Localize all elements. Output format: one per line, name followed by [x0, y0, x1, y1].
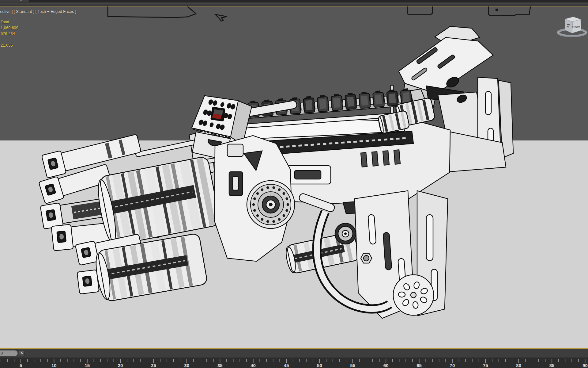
timeline-tick-label: 75	[483, 363, 488, 368]
timeline-tick-label: 45	[284, 363, 289, 368]
stats-polys: 1,060,609	[1, 25, 18, 30]
stats-header: Total	[1, 20, 9, 24]
timeline-tick-label: 55	[350, 363, 355, 368]
timeline-tick-label: 5	[20, 363, 22, 368]
timeline-tick-label: 90	[582, 363, 588, 368]
viewcube[interactable]: FRONT	[557, 17, 587, 37]
timeline-tick-label: 20	[118, 363, 123, 368]
timeline-tick-label: 60	[383, 363, 389, 368]
bolt-circle-plate	[393, 275, 434, 315]
viewcube-cube[interactable]	[565, 17, 581, 33]
pivot-plate	[214, 136, 295, 261]
timeline-tick-label: 10	[51, 363, 57, 368]
tab-brush-settings[interactable]: Brush Settings	[0, 0, 29, 2]
timeline-tick-label: 40	[251, 363, 256, 368]
next-frame-button[interactable]: >	[19, 350, 24, 356]
stats-verts: 576,434	[1, 31, 15, 36]
bearing-disc	[247, 181, 295, 228]
timeline-ticks: 51015202530354045505560657075808590	[0, 358, 588, 368]
mouse-cursor-outline	[215, 14, 227, 21]
time-slider-strip: 0 >	[0, 349, 588, 358]
viewport-border-bottom	[0, 348, 588, 349]
viewport-3d-scene[interactable]: FRONT	[0, 0, 588, 368]
timeline-tick-label: 50	[317, 363, 322, 368]
viewcube-front-label: FRONT	[572, 25, 581, 28]
timeline-tick-label: 25	[151, 363, 156, 368]
stats-fps: 21.055	[1, 43, 13, 48]
timeline-tick-label: 35	[217, 363, 223, 368]
control-box-display	[211, 107, 225, 121]
timeline-tick-label: 15	[85, 363, 90, 368]
viewport-label-clip: [ Perspective ] [ Standard ] [ Tech + Ed…	[0, 9, 123, 15]
top-clipped-wireframes	[108, 6, 530, 21]
timeline-tick-label: 85	[549, 363, 555, 368]
timeline-ruler[interactable]: 51015202530354045505560657075808590	[0, 358, 588, 368]
top-panel-bar: Brush Settings	[0, 0, 588, 2]
timeline-tick-label: 30	[184, 363, 190, 368]
viewport-border-top	[0, 6, 588, 6]
grip-assembly	[298, 191, 448, 318]
viewport-label[interactable]: [ Perspective ] [ Standard ] [ Tech + Ed…	[0, 9, 76, 14]
application-window: Brush Settings	[0, 0, 588, 368]
time-slider-field[interactable]: 0	[0, 350, 18, 356]
timeline-tick-label: 80	[516, 363, 521, 368]
timeline-tick-label: 70	[450, 363, 455, 368]
timeline-tick-label: 65	[417, 363, 422, 368]
